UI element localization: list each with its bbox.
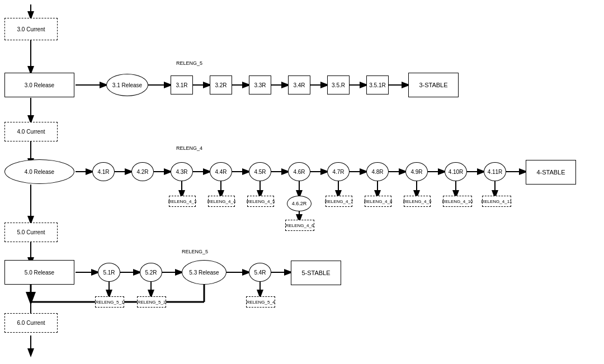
node-3-3r: 3.3R: [249, 75, 271, 94]
node-3-1r: 3.1R: [171, 75, 193, 94]
node-4-stable: 4-STABLE: [526, 160, 576, 185]
releng5-label-row3: RELENG_5: [176, 60, 202, 66]
current-3-label: 3.0 Current: [17, 26, 45, 32]
branch-4-4: RELENG_4_4: [208, 196, 235, 207]
node-4-9r: 4.9R: [405, 162, 428, 181]
current-4-label: 4.0 Current: [17, 129, 45, 135]
node-4-8r: 4.8R: [366, 162, 389, 181]
node-4-1r: 4.1R: [92, 162, 115, 181]
arrows-svg: [0, 0, 604, 364]
node-5-3-release: 5.3 Release: [182, 260, 226, 285]
node-3-1-release: 3.1 Release: [106, 74, 148, 96]
node-3-4r: 3.4R: [288, 75, 310, 94]
node-5-4r: 5.4R: [249, 263, 271, 282]
node-3-stable: 3-STABLE: [408, 73, 459, 97]
branch-4-8: RELENG_4_8: [365, 196, 391, 207]
current-5-box: 5.0 Current: [4, 223, 58, 242]
release-3-box: 3.0 Release: [4, 73, 74, 97]
branch-4-6: RELENG_4_6: [285, 220, 314, 231]
branch-4-10: RELENG_4_10: [443, 196, 472, 207]
node-4-4r: 4.4R: [210, 162, 232, 181]
branch-4-9: RELENG_4_9: [404, 196, 431, 207]
branch-5-4: RELENG_5_4: [246, 296, 275, 308]
release-4-label: 4.0 Release: [25, 169, 54, 175]
release-3-label: 3.0 Release: [25, 82, 54, 88]
node-5-1r: 5.1R: [98, 263, 120, 282]
current-5-label: 5.0 Current: [17, 229, 45, 235]
node-4-6-2r: 4.6.2R: [287, 196, 312, 211]
releng4-label: RELENG_4: [176, 145, 202, 151]
node-4-7r: 4.7R: [327, 162, 350, 181]
node-3-5r: 3.5.R: [327, 75, 350, 94]
branch-4-5: RELENG_4_5: [247, 196, 274, 207]
diagram: 3.0 Current 3.0 Release RELENG_5 3.1 Rel…: [0, 0, 604, 364]
node-4-3r: 4.3R: [171, 162, 193, 181]
node-5-2r: 5.2R: [140, 263, 162, 282]
node-4-5r: 4.5R: [249, 162, 271, 181]
branch-4-3: RELENG_4_3: [169, 196, 196, 207]
current-4-box: 4.0 Current: [4, 122, 58, 141]
current-6-label: 6.0 Current: [17, 320, 45, 326]
current-3-box: 3.0 Current: [4, 18, 58, 40]
node-4-10r: 4.10R: [445, 162, 467, 181]
release-4-box: 4.0 Release: [4, 159, 74, 184]
node-3-5-1r: 3.5.1R: [366, 75, 389, 94]
branch-4-11: RELENG_4_11: [482, 196, 511, 207]
branch-5-2: RELENG_5_2: [137, 296, 166, 308]
releng5-label-row5: RELENG_5: [182, 249, 208, 254]
branch-5-1: RELENG_5_1: [95, 296, 124, 308]
node-4-6r: 4.6R: [288, 162, 310, 181]
node-5-stable: 5-STABLE: [291, 261, 341, 285]
node-4-2r: 4.2R: [131, 162, 154, 181]
node-3-2r: 3.2R: [210, 75, 232, 94]
current-6-box: 6.0 Current: [4, 313, 58, 333]
node-4-11r: 4.11R: [484, 162, 506, 181]
release-5-box: 5.0 Release: [4, 260, 74, 285]
release-5-label: 5.0 Release: [25, 270, 54, 276]
branch-4-7: RELENG_4_7: [325, 196, 352, 207]
